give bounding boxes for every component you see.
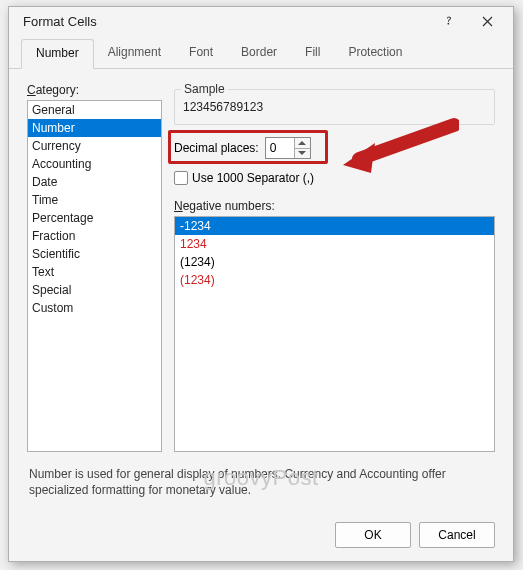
list-item[interactable]: Accounting xyxy=(28,155,161,173)
tabstrip: NumberAlignmentFontBorderFillProtection xyxy=(9,39,513,69)
tab-fill[interactable]: Fill xyxy=(291,39,334,68)
list-item[interactable]: -1234 xyxy=(175,217,494,235)
decimal-places-input[interactable] xyxy=(266,138,294,158)
tab-font[interactable]: Font xyxy=(175,39,227,68)
format-cells-dialog: Format Cells NumberAlignmentFontBorderFi… xyxy=(8,6,514,562)
help-button[interactable] xyxy=(433,7,465,35)
dialog-body: Category: GeneralNumberCurrencyAccountin… xyxy=(9,69,513,508)
decimal-down-button[interactable] xyxy=(295,149,310,159)
separator-checkbox[interactable] xyxy=(174,171,188,185)
cancel-button[interactable]: Cancel xyxy=(419,522,495,548)
chevron-up-icon xyxy=(298,141,306,145)
dialog-title: Format Cells xyxy=(23,14,433,29)
list-item[interactable]: Number xyxy=(28,119,161,137)
sample-legend: Sample xyxy=(181,82,228,96)
tab-alignment[interactable]: Alignment xyxy=(94,39,175,68)
list-item[interactable]: Custom xyxy=(28,299,161,317)
ok-button[interactable]: OK xyxy=(335,522,411,548)
list-item[interactable]: Date xyxy=(28,173,161,191)
close-icon xyxy=(482,16,493,27)
negative-listbox[interactable]: -12341234(1234)(1234) xyxy=(174,216,495,452)
separator-row: Use 1000 Separator (,) xyxy=(174,171,495,185)
negative-label: Negative numbers: xyxy=(174,199,495,213)
window-controls xyxy=(433,7,503,35)
list-item[interactable]: Scientific xyxy=(28,245,161,263)
decimal-places-label: Decimal places: xyxy=(174,141,259,155)
description-text: Number is used for general display of nu… xyxy=(29,466,493,498)
list-item[interactable]: Special xyxy=(28,281,161,299)
list-item[interactable]: (1234) xyxy=(175,271,494,289)
list-item[interactable]: Time xyxy=(28,191,161,209)
list-item[interactable]: (1234) xyxy=(175,253,494,271)
help-icon xyxy=(443,15,455,27)
dialog-footer: OK Cancel xyxy=(9,508,513,564)
decimal-places-row: Decimal places: xyxy=(174,137,495,159)
list-item[interactable]: Text xyxy=(28,263,161,281)
close-button[interactable] xyxy=(471,7,503,35)
tab-protection[interactable]: Protection xyxy=(334,39,416,68)
sample-groupbox: Sample 123456789123 xyxy=(174,89,495,125)
chevron-down-icon xyxy=(298,151,306,155)
titlebar: Format Cells xyxy=(9,7,513,35)
decimal-up-button[interactable] xyxy=(295,138,310,149)
sample-value: 123456789123 xyxy=(183,94,486,114)
decimal-places-spinner[interactable] xyxy=(265,137,311,159)
tab-number[interactable]: Number xyxy=(21,39,94,69)
list-item[interactable]: 1234 xyxy=(175,235,494,253)
list-item[interactable]: General xyxy=(28,101,161,119)
separator-label: Use 1000 Separator (,) xyxy=(192,171,314,185)
list-item[interactable]: Percentage xyxy=(28,209,161,227)
list-item[interactable]: Fraction xyxy=(28,227,161,245)
tab-border[interactable]: Border xyxy=(227,39,291,68)
category-listbox[interactable]: GeneralNumberCurrencyAccountingDateTimeP… xyxy=(27,100,162,452)
list-item[interactable]: Currency xyxy=(28,137,161,155)
category-label: Category: xyxy=(27,83,162,97)
